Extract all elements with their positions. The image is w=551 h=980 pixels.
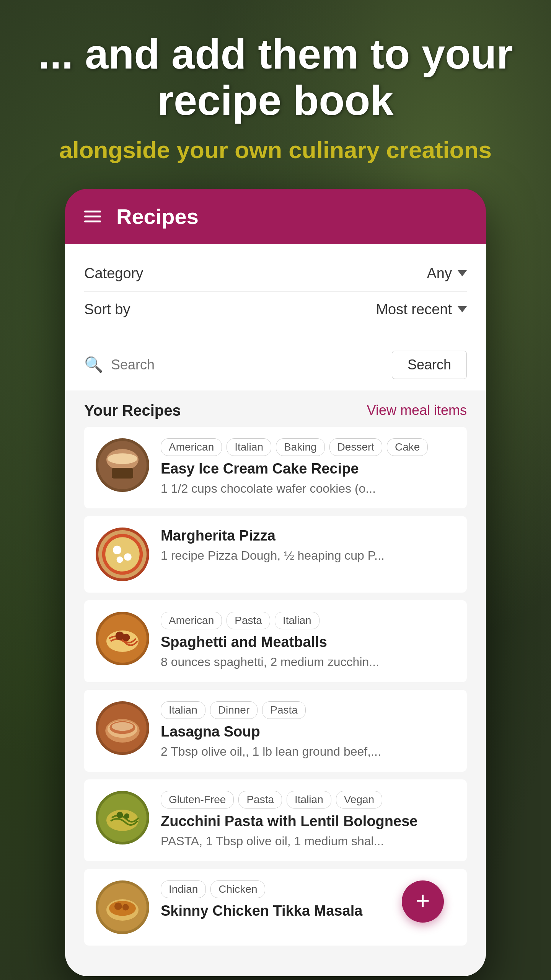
chevron-down-icon: [458, 306, 467, 312]
svg-point-13: [122, 634, 130, 642]
recipe-info-spaghetti: American Pasta Italian Spaghetti and Mea…: [161, 612, 455, 671]
recipes-section: Your Recipes View meal items: [65, 390, 486, 976]
hero-title: ... and add them to your recipe book: [23, 31, 528, 123]
svg-point-2: [108, 453, 137, 464]
recipe-image-lasagna: [96, 701, 149, 755]
recipe-image-ice-cream-cake: [96, 438, 149, 492]
recipe-desc-zucchini: PASTA, 1 Tbsp olive oil, 1 medium shal..…: [161, 833, 455, 850]
svg-point-27: [122, 904, 129, 910]
chevron-down-icon: [458, 270, 467, 276]
recipe-tags-zucchini: Gluten-Free Pasta Italian Vegan: [161, 791, 455, 808]
category-label: Category: [84, 265, 143, 282]
hamburger-line-1: [84, 211, 101, 212]
app-header: Recipes: [65, 189, 486, 244]
recipe-info-zucchini: Gluten-Free Pasta Italian Vegan Zucchini…: [161, 791, 455, 850]
recipe-desc-ice-cream-cake: 1 1/2 cups chocolate wafer cookies (o...: [161, 480, 455, 497]
svg-point-26: [114, 902, 122, 910]
recipe-card-margherita-pizza[interactable]: Margherita Pizza 1 recipe Pizza Dough, ½…: [84, 516, 467, 593]
recipe-card-zucchini[interactable]: Gluten-Free Pasta Italian Vegan Zucchini…: [84, 779, 467, 861]
view-meal-items-link[interactable]: View meal items: [367, 402, 467, 418]
recipe-name-margherita-pizza: Margherita Pizza: [161, 528, 455, 544]
svg-point-9: [117, 557, 123, 563]
category-select[interactable]: Any: [427, 265, 467, 282]
recipe-name-lasagna: Lasagna Soup: [161, 724, 455, 740]
svg-point-21: [117, 812, 123, 818]
recipe-desc-margherita-pizza: 1 recipe Pizza Dough, ½ heaping cup P...: [161, 547, 455, 564]
tag-gluten-free: Gluten-Free: [161, 791, 234, 808]
recipe-info-lasagna: Italian Dinner Pasta Lasagna Soup 2 Tbsp…: [161, 701, 455, 760]
recipe-card-spaghetti[interactable]: American Pasta Italian Spaghetti and Mea…: [84, 600, 467, 682]
hamburger-line-2: [84, 216, 101, 217]
svg-point-8: [124, 554, 132, 561]
recipe-name-spaghetti: Spaghetti and Meatballs: [161, 634, 455, 650]
tag-american: American: [161, 438, 222, 456]
recipe-image-spaghetti: [96, 612, 149, 665]
tag-dinner: Dinner: [210, 701, 258, 719]
tag-baking: Baking: [276, 438, 325, 456]
recipe-desc-spaghetti: 8 ounces spaghetti, 2 medium zucchin...: [161, 653, 455, 671]
tag-italian: Italian: [287, 791, 331, 808]
svg-point-6: [105, 537, 140, 572]
filter-section: Category Any Sort by Most recent: [65, 244, 486, 339]
app-title: Recipes: [116, 204, 199, 229]
recipe-desc-lasagna: 2 Tbsp olive oil,, 1 lb lean ground beef…: [161, 743, 455, 760]
recipe-tags-spaghetti: American Pasta Italian: [161, 612, 455, 629]
recipe-info-margherita-pizza: Margherita Pizza 1 recipe Pizza Dough, ½…: [161, 528, 455, 564]
recipe-card-ice-cream-cake[interactable]: American Italian Baking Dessert Cake Eas…: [84, 427, 467, 509]
search-button[interactable]: Search: [392, 351, 467, 379]
page-content: ... and add them to your recipe book alo…: [0, 0, 551, 976]
sort-value: Most recent: [376, 301, 452, 318]
search-section: 🔍 Search: [65, 339, 486, 390]
app-body: Category Any Sort by Most recent 🔍: [65, 244, 486, 976]
sort-label: Sort by: [84, 301, 130, 318]
tag-pasta: Pasta: [262, 701, 306, 719]
tag-indian: Indian: [161, 880, 206, 898]
tag-cake: Cake: [387, 438, 428, 456]
svg-point-18: [112, 722, 133, 731]
tag-pasta: Pasta: [227, 612, 270, 629]
recipe-info-ice-cream-cake: American Italian Baking Dessert Cake Eas…: [161, 438, 455, 497]
tag-vegan: Vegan: [336, 791, 382, 808]
tag-american: American: [161, 612, 222, 629]
svg-point-22: [124, 813, 129, 819]
tag-pasta: Pasta: [238, 791, 282, 808]
svg-point-25: [109, 901, 136, 916]
recipe-tags-ice-cream-cake: American Italian Baking Dessert Cake: [161, 438, 455, 456]
bottom-padding: [84, 953, 467, 976]
category-value: Any: [427, 265, 452, 282]
tag-dessert: Dessert: [329, 438, 382, 456]
plus-icon: +: [416, 889, 430, 913]
recipes-header: Your Recipes View meal items: [84, 402, 467, 419]
recipe-image-zucchini: [96, 791, 149, 844]
phone-mockup: Recipes Category Any Sort by Most recent: [65, 189, 486, 976]
svg-rect-3: [112, 468, 133, 479]
svg-point-7: [113, 546, 121, 554]
recipe-name-ice-cream-cake: Easy Ice Cream Cake Recipe: [161, 461, 455, 477]
tag-italian: Italian: [161, 701, 205, 719]
hamburger-menu-button[interactable]: [84, 211, 101, 222]
recipe-card-lasagna[interactable]: Italian Dinner Pasta Lasagna Soup 2 Tbsp…: [84, 690, 467, 772]
tag-chicken: Chicken: [210, 880, 265, 898]
recipe-tags-lasagna: Italian Dinner Pasta: [161, 701, 455, 719]
category-filter-row: Category Any: [84, 256, 467, 292]
tag-italian: Italian: [227, 438, 271, 456]
hero-section: ... and add them to your recipe book alo…: [0, 31, 551, 166]
recipes-section-title: Your Recipes: [84, 402, 181, 419]
search-input[interactable]: [111, 357, 384, 373]
hero-subtitle: alongside your own culinary creations: [23, 135, 528, 166]
last-card-wrapper: Indian Chicken Skinny Chicken Tikka Masa…: [84, 869, 467, 946]
recipe-image-margherita-pizza: [96, 528, 149, 581]
tag-italian: Italian: [275, 612, 320, 629]
hamburger-line-3: [84, 220, 101, 222]
sort-filter-row: Sort by Most recent: [84, 292, 467, 327]
add-recipe-fab[interactable]: +: [402, 880, 444, 923]
recipe-name-zucchini: Zucchini Pasta with Lentil Bolognese: [161, 813, 455, 830]
sort-select[interactable]: Most recent: [376, 301, 467, 318]
search-icon: 🔍: [84, 356, 103, 374]
recipe-image-chicken: [96, 880, 149, 934]
